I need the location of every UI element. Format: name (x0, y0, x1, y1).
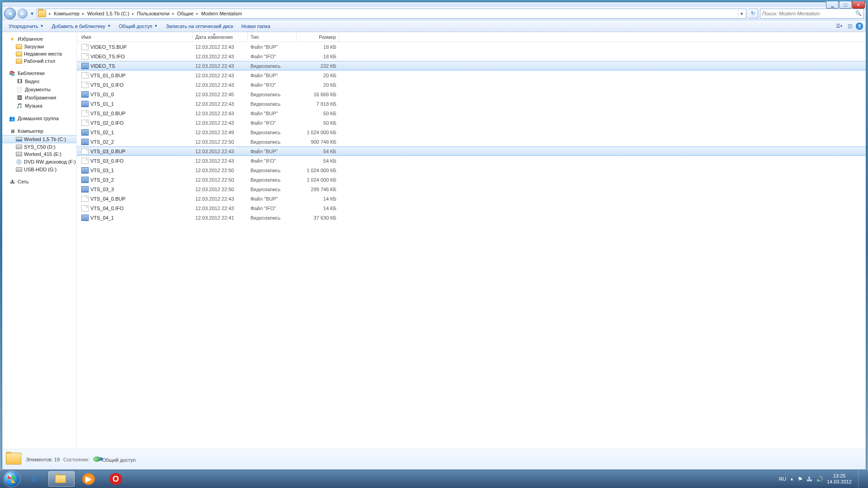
taskbar[interactable]: e ▶ O RU ▲ ⚑ 🖧 🔊 13:25 14.03.2012 (0, 470, 868, 488)
organize-button[interactable]: Упорядочить▼ (5, 22, 47, 30)
network-tray-icon[interactable]: 🖧 (807, 476, 812, 483)
nav-drive-d[interactable]: SYS_C50 (D:) (2, 143, 76, 150)
nav-drive-dvd[interactable]: 💿DVD RW дисковод (F:) (2, 158, 76, 166)
column-name[interactable]: Имя (77, 32, 193, 42)
tray-overflow-button[interactable]: ▲ (790, 477, 794, 481)
file-name: VTS_01_1 (90, 101, 114, 107)
file-row[interactable]: VTS_03_112.03.2012 22:50Видеозапись1 024… (77, 165, 866, 175)
breadcrumb-segment[interactable]: Пользователи (135, 9, 171, 18)
file-row[interactable]: VTS_03_0.BUP12.03.2012 22:43Файл "BUP"54… (77, 146, 866, 156)
breadcrumb-bar[interactable]: ▸ Компьютер ▸ Worked 1,5 Tb (C:) ▸ Польз… (37, 9, 746, 19)
preview-pane-button[interactable]: ◫ (845, 22, 855, 31)
nav-documents[interactable]: 📄Документы (2, 85, 76, 94)
breadcrumb-segment[interactable]: Modern Mentalism (199, 9, 244, 18)
file-icon (81, 205, 89, 211)
file-name: VTS_02_1 (90, 130, 114, 135)
nav-pictures[interactable]: 🖼Изображения (2, 94, 76, 102)
show-desktop-button[interactable] (858, 470, 863, 488)
search-icon[interactable]: 🔍 (855, 10, 862, 16)
nav-music[interactable]: 🎵Музыка (2, 102, 76, 110)
flag-icon[interactable]: ⚑ (797, 476, 803, 483)
file-list-pane: Имя ▲ Дата изменения Тип Размер VIDEO_TS… (77, 32, 866, 449)
view-mode-button[interactable]: ☰▾ (834, 22, 844, 31)
nav-video[interactable]: 🎞Видео (2, 77, 76, 85)
maximize-button[interactable]: ▢ (839, 1, 852, 9)
start-button[interactable] (3, 470, 21, 488)
chevron-right-icon[interactable]: ▸ (171, 11, 175, 16)
refresh-button[interactable]: ↻ (748, 9, 758, 19)
file-row[interactable]: VTS_03_312.03.2012 22:50Видеозапись299 7… (77, 184, 866, 194)
back-button[interactable]: ◄ (4, 8, 16, 19)
nav-desktop[interactable]: Рабочий стол (2, 57, 76, 65)
file-row[interactable]: VTS_01_112.03.2012 22:43Видеозапись7 818… (77, 99, 866, 108)
file-type: Файл "BUP" (248, 149, 297, 154)
new-folder-button[interactable]: Новая папка (238, 22, 274, 30)
file-type: Файл "IFO" (248, 206, 297, 211)
file-row[interactable]: VTS_01_0.BUP12.03.2012 22:43Файл "BUP"20… (77, 70, 866, 80)
file-date: 12.03.2012 22:43 (193, 120, 248, 126)
burn-button[interactable]: Записать на оптический диск (162, 22, 237, 30)
volume-icon[interactable]: 🔊 (816, 476, 823, 483)
file-type: Видеозапись (248, 168, 297, 173)
file-icon (81, 196, 89, 202)
nav-drive-c[interactable]: Worked 1,5 Tb (C:) (2, 135, 76, 143)
libraries-header[interactable]: 📚Библиотеки (2, 69, 76, 77)
breadcrumb-segment[interactable]: Worked 1,5 Tb (C:) (85, 9, 131, 18)
share-button[interactable]: Общий доступ▼ (115, 22, 161, 30)
file-row[interactable]: VTS_02_0.IFO12.03.2012 22:43Файл "IFO"50… (77, 118, 866, 127)
file-date: 12.03.2012 22:43 (193, 73, 248, 78)
chevron-right-icon[interactable]: ▸ (131, 11, 135, 16)
file-row[interactable]: VTS_03_0.IFO12.03.2012 22:43Файл "IFO"54… (77, 156, 866, 165)
file-row[interactable]: VTS_04_112.03.2012 22:41Видеозапись37 63… (77, 213, 866, 222)
breadcrumb-dropdown[interactable]: ▾ (738, 9, 745, 18)
file-row[interactable]: VIDEO_TS12.03.2012 22:43Видеозапись232 К… (77, 61, 866, 70)
chevron-right-icon[interactable]: ▸ (48, 11, 52, 16)
search-input[interactable] (762, 11, 855, 16)
nav-recent[interactable]: Недавние места (2, 50, 76, 57)
file-row[interactable]: VIDEO_TS.IFO12.03.2012 22:43Файл "IFO"18… (77, 52, 866, 61)
disc-icon: 💿 (16, 159, 22, 165)
file-row[interactable]: VTS_02_112.03.2012 22:49Видеозапись1 024… (77, 127, 866, 137)
titlebar[interactable]: ▁ ▢ ✕ (2, 2, 866, 7)
video-file-icon (81, 101, 89, 107)
chevron-right-icon[interactable]: ▸ (81, 11, 85, 16)
search-box[interactable]: 🔍 (760, 9, 864, 19)
file-row[interactable]: VTS_01_012.03.2012 22:45Видеозапись16 66… (77, 89, 866, 99)
column-date[interactable]: Дата изменения (193, 32, 248, 42)
breadcrumb-segment[interactable]: Общие (175, 9, 195, 18)
taskbar-wmp[interactable]: ▶ (75, 471, 102, 487)
nav-downloads[interactable]: Загрузки (2, 43, 76, 50)
language-indicator[interactable]: RU (779, 476, 786, 482)
file-row[interactable]: VTS_03_212.03.2012 22:50Видеозапись1 024… (77, 175, 866, 184)
nav-drive-usb[interactable]: USB-HDD (G:) (2, 166, 76, 173)
video-file-icon (81, 177, 89, 183)
network-header[interactable]: 🖧Сеть (2, 178, 76, 186)
taskbar-ie[interactable]: e (21, 471, 47, 487)
homegroup-header[interactable]: 👥Домашняя группа (2, 114, 76, 122)
file-row[interactable]: VIDEO_TS.BUP12.03.2012 22:43Файл "BUP"18… (77, 42, 866, 52)
nav-drive-e[interactable]: Worked_415 (E:) (2, 150, 76, 158)
column-type[interactable]: Тип (248, 32, 297, 42)
chevron-right-icon[interactable]: ▸ (195, 11, 199, 16)
network-icon: 🖧 (9, 178, 16, 185)
computer-header[interactable]: 🖥Компьютер (2, 127, 76, 135)
file-size: 54 КБ (297, 149, 339, 154)
help-button[interactable]: ? (856, 23, 863, 30)
file-row[interactable]: VTS_02_212.03.2012 22:50Видеозапись900 7… (77, 137, 866, 146)
column-size[interactable]: Размер (297, 32, 339, 42)
file-row[interactable]: VTS_04_0.IFO12.03.2012 22:43Файл "IFO"14… (77, 203, 866, 213)
video-file-icon (81, 91, 89, 98)
minimize-button[interactable]: ▁ (826, 1, 839, 9)
favorites-header[interactable]: ★Избранное (2, 35, 76, 43)
clock[interactable]: 13:25 14.03.2012 (827, 473, 852, 485)
taskbar-explorer[interactable] (48, 471, 75, 487)
add-to-library-button[interactable]: Добавить в библиотеку▼ (48, 22, 114, 30)
file-row[interactable]: VTS_02_0.BUP12.03.2012 22:43Файл "BUP"50… (77, 108, 866, 118)
breadcrumb-segment[interactable]: Компьютер (52, 9, 81, 18)
history-dropdown[interactable]: ▾ (29, 8, 35, 19)
taskbar-opera[interactable]: O (103, 471, 129, 487)
file-row[interactable]: VTS_01_0.IFO12.03.2012 22:43Файл "IFO"20… (77, 80, 866, 89)
forward-button[interactable]: ► (18, 9, 28, 19)
file-row[interactable]: VTS_04_0.BUP12.03.2012 22:43Файл "BUP"14… (77, 194, 866, 203)
close-button[interactable]: ✕ (852, 1, 865, 9)
